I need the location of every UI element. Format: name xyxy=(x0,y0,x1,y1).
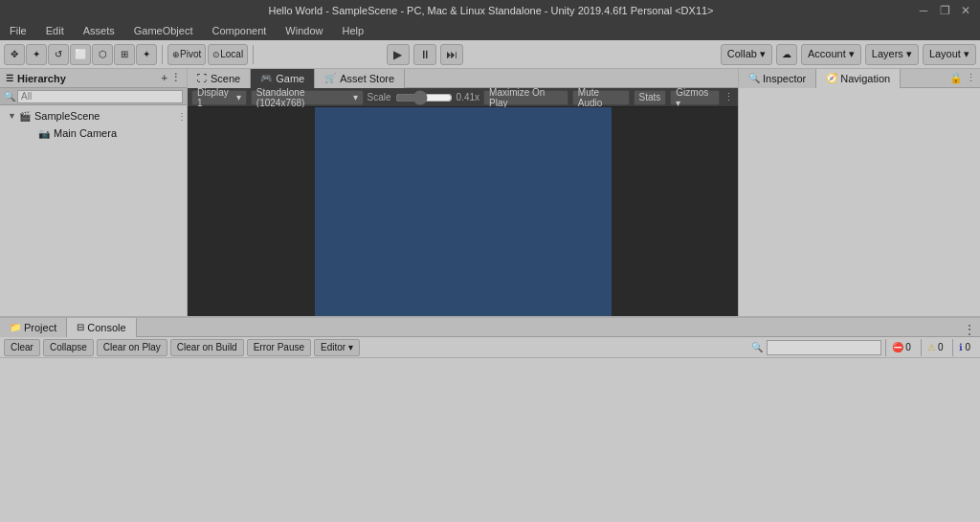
warning-count-badge[interactable]: ⚠ 0 xyxy=(921,339,949,356)
stats-button[interactable]: Stats xyxy=(634,90,667,105)
move-tool[interactable]: ✦ xyxy=(26,44,47,65)
right-content xyxy=(739,88,980,335)
tab-navigation[interactable]: 🧭 Navigation xyxy=(816,69,901,88)
scene-arrow: ▼ xyxy=(8,111,19,121)
window-title: Hello World - SampleScene - PC, Mac & Li… xyxy=(65,5,917,16)
clear-on-play-button[interactable]: Clear on Play xyxy=(97,339,167,356)
resolution-button[interactable]: Standalone (1024x768) ▾ xyxy=(251,90,364,105)
scene-tab-label: Scene xyxy=(211,73,240,84)
play-button[interactable]: ▶ xyxy=(387,44,410,65)
info-count-badge[interactable]: ℹ 0 xyxy=(952,339,976,356)
maximize-on-play-button[interactable]: Maximize On Play xyxy=(483,90,568,105)
bottom-panel-more-icon[interactable]: ⋮ xyxy=(963,322,976,337)
asset-store-label: Asset Store xyxy=(340,73,394,84)
tab-console[interactable]: ⊟ Console xyxy=(67,318,136,337)
view-more-icon[interactable]: ⋮ xyxy=(724,91,734,103)
warning-count: 0 xyxy=(938,342,944,352)
right-panel-lock-icon[interactable]: 🔒 xyxy=(949,72,963,84)
menu-help[interactable]: Help xyxy=(338,25,368,36)
tab-scene[interactable]: ⛶ Scene xyxy=(188,69,251,88)
sep2 xyxy=(253,45,254,64)
title-bar: Hello World - SampleScene - PC, Mac & Li… xyxy=(0,0,980,21)
minimize-button[interactable]: ─ xyxy=(917,4,930,17)
console-search-input[interactable] xyxy=(767,340,881,355)
tab-game[interactable]: 🎮 Game xyxy=(251,69,315,88)
menu-gameobject[interactable]: GameObject xyxy=(130,25,197,36)
scale-slider[interactable] xyxy=(395,92,453,103)
main-area: ☰ Hierarchy + ⋮ 🔍 ▼ 🎬 SampleScene ⋮ 📷 Ma… xyxy=(0,69,980,335)
menu-window[interactable]: Window xyxy=(281,25,326,36)
hierarchy-search-bar: 🔍 xyxy=(0,88,187,105)
warning-icon: ⚠ xyxy=(927,342,936,352)
hierarchy-panel: ☰ Hierarchy + ⋮ 🔍 ▼ 🎬 SampleScene ⋮ 📷 Ma… xyxy=(0,69,188,335)
pivot-button[interactable]: ⊕ Pivot xyxy=(167,44,206,65)
error-icon: ⛔ xyxy=(892,342,903,352)
clear-button[interactable]: Clear xyxy=(4,339,40,356)
info-count: 0 xyxy=(965,342,970,352)
hierarchy-scene-item[interactable]: ▼ 🎬 SampleScene ⋮ xyxy=(0,107,187,125)
error-count-badge[interactable]: ⛔ 0 xyxy=(885,339,917,356)
error-pause-label: Error Pause xyxy=(254,342,304,352)
cloud-button[interactable]: ☁ xyxy=(776,44,797,65)
navigation-icon: 🧭 xyxy=(826,73,837,83)
tab-inspector[interactable]: 🔍 Inspector xyxy=(739,69,816,88)
asset-store-icon: 🛒 xyxy=(324,73,336,83)
collapse-button[interactable]: Collapse xyxy=(43,339,94,356)
collab-button[interactable]: Collab ▾ xyxy=(721,44,772,65)
editor-label: Editor ▾ xyxy=(321,342,353,352)
layers-button[interactable]: Layers ▾ xyxy=(865,44,919,65)
inspector-icon: 🔍 xyxy=(748,73,760,83)
hand-tool[interactable]: ✥ xyxy=(4,44,25,65)
hierarchy-more-icon[interactable]: ⋮ xyxy=(170,72,181,84)
rotate-tool[interactable]: ↺ xyxy=(48,44,69,65)
console-icon: ⊟ xyxy=(77,322,84,332)
console-label: Console xyxy=(87,322,125,333)
clear-label: Clear xyxy=(11,342,33,352)
scene-label: SampleScene xyxy=(34,110,100,122)
scale-tool[interactable]: ⬜ xyxy=(70,44,91,65)
display-arrow: ▾ xyxy=(236,92,241,102)
menu-file[interactable]: File xyxy=(6,25,31,36)
playmode-controls: ▶ ⏸ ⏭ xyxy=(387,44,463,65)
menu-assets[interactable]: Assets xyxy=(79,25,119,36)
rect-tool[interactable]: ⬡ xyxy=(92,44,113,65)
account-button[interactable]: Account ▾ xyxy=(801,44,861,65)
gizmos-button[interactable]: Gizmos ▾ xyxy=(670,90,720,105)
display-button[interactable]: Display 1 ▾ xyxy=(191,90,247,105)
game-view-right xyxy=(612,107,739,335)
right-panel-more-icon[interactable]: ⋮ xyxy=(966,72,976,84)
hierarchy-header: ☰ Hierarchy + ⋮ xyxy=(0,69,187,88)
step-button[interactable]: ⏭ xyxy=(440,44,463,65)
game-view-left xyxy=(188,107,315,335)
tab-asset-store[interactable]: 🛒 Asset Store xyxy=(315,69,405,88)
clear-on-build-button[interactable]: Clear on Build xyxy=(170,339,244,356)
close-button[interactable]: ✕ xyxy=(959,4,972,17)
camera-icon: 📷 xyxy=(38,128,52,139)
mute-label: Mute Audio xyxy=(578,87,624,108)
game-toolbar: Display 1 ▾ Standalone (1024x768) ▾ Scal… xyxy=(188,88,738,107)
hierarchy-add-icon[interactable]: + xyxy=(162,72,167,84)
search-icon: 🔍 xyxy=(4,91,15,102)
transform-tool[interactable]: ⊞ xyxy=(114,44,135,65)
error-count: 0 xyxy=(905,342,911,352)
pause-button[interactable]: ⏸ xyxy=(413,44,436,65)
toolbar-right: Collab ▾ ☁ Account ▾ Layers ▾ Layout ▾ xyxy=(721,44,976,65)
menu-component[interactable]: Component xyxy=(208,25,270,36)
navigation-label: Navigation xyxy=(840,73,890,84)
local-button[interactable]: ⊙ Local xyxy=(208,44,248,65)
layout-button[interactable]: Layout ▾ xyxy=(923,44,976,65)
mute-audio-button[interactable]: Mute Audio xyxy=(572,90,630,105)
hierarchy-menu-icon[interactable]: ☰ xyxy=(6,74,13,83)
center-area: ⛶ Scene 🎮 Game 🛒 Asset Store Display 1 ▾… xyxy=(188,69,738,335)
scene-more-icon[interactable]: ⋮ xyxy=(177,111,187,122)
tab-project[interactable]: 📁 Project xyxy=(0,318,67,337)
error-pause-button[interactable]: Error Pause xyxy=(247,339,311,356)
menu-edit[interactable]: Edit xyxy=(42,25,68,36)
custom-tool[interactable]: ✦ xyxy=(136,44,157,65)
right-tabs: 🔍 Inspector 🧭 Navigation 🔒 ⋮ xyxy=(739,69,980,88)
hierarchy-search-input[interactable] xyxy=(17,90,183,103)
restore-button[interactable]: ❐ xyxy=(938,4,951,17)
local-label: Local xyxy=(220,49,243,59)
hierarchy-camera-item[interactable]: 📷 Main Camera xyxy=(0,125,187,142)
editor-dropdown-button[interactable]: Editor ▾ xyxy=(314,339,360,356)
